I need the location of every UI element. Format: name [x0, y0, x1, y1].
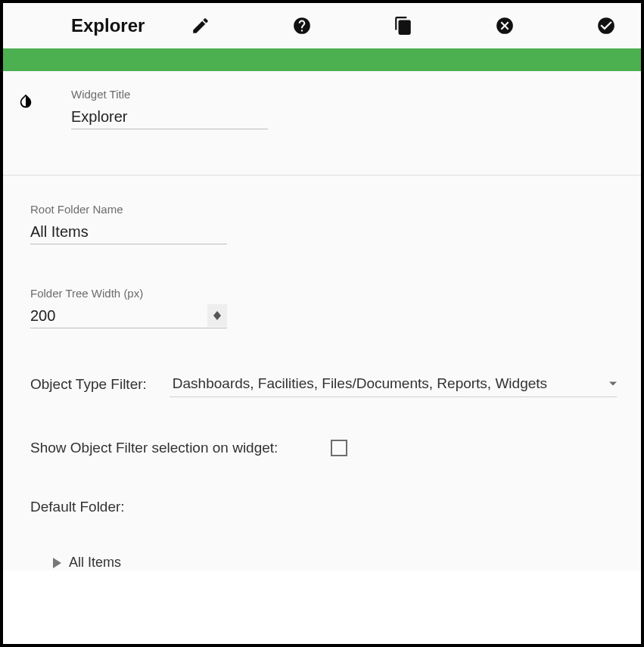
- tree-root-item[interactable]: All Items: [53, 555, 617, 571]
- object-type-filter-row: Object Type Filter: Dashboards, Faciliti…: [30, 371, 617, 397]
- tree-width-input[interactable]: [30, 304, 227, 328]
- toolbar: Explorer: [3, 3, 641, 48]
- confirm-icon[interactable]: [596, 15, 617, 36]
- object-type-filter-select[interactable]: Dashboards, Facilities, Files/Documents,…: [170, 371, 617, 397]
- toolbar-title: Explorer: [71, 15, 145, 36]
- green-band: [3, 48, 641, 71]
- color-invert-icon[interactable]: [11, 88, 41, 109]
- root-folder-label: Root Folder Name: [30, 203, 617, 216]
- content: Root Folder Name Folder Tree Width (px) …: [3, 176, 641, 571]
- tree-expand-icon: [53, 558, 61, 568]
- widget-title-label: Widget Title: [71, 88, 268, 101]
- toolbar-icons: [190, 15, 617, 36]
- root-folder-field: Root Folder Name: [30, 203, 617, 244]
- chevron-down-icon: [609, 382, 617, 386]
- title-section: Widget Title: [3, 71, 641, 176]
- show-filter-label: Show Object Filter selection on widget:: [30, 440, 278, 456]
- root-folder-input[interactable]: [30, 220, 227, 244]
- tree-width-field: Folder Tree Width (px): [30, 287, 617, 328]
- edit-icon[interactable]: [190, 15, 211, 36]
- show-filter-row: Show Object Filter selection on widget:: [30, 440, 617, 456]
- tree-width-label: Folder Tree Width (px): [30, 287, 617, 300]
- help-icon[interactable]: [291, 15, 313, 36]
- cancel-icon[interactable]: [494, 15, 515, 36]
- number-spinner[interactable]: [207, 304, 227, 327]
- widget-title-field: Widget Title: [71, 88, 268, 129]
- main: Widget Title Root Folder Name Folder Tre…: [3, 71, 641, 571]
- show-filter-checkbox[interactable]: [331, 440, 347, 456]
- object-type-filter-value: Dashboards, Facilities, Files/Documents,…: [173, 375, 547, 391]
- object-type-filter-label: Object Type Filter:: [30, 376, 147, 393]
- tree-root-label: All Items: [69, 555, 121, 571]
- copy-icon[interactable]: [393, 15, 414, 36]
- widget-title-input[interactable]: [71, 105, 268, 129]
- default-folder-label: Default Folder:: [30, 499, 617, 515]
